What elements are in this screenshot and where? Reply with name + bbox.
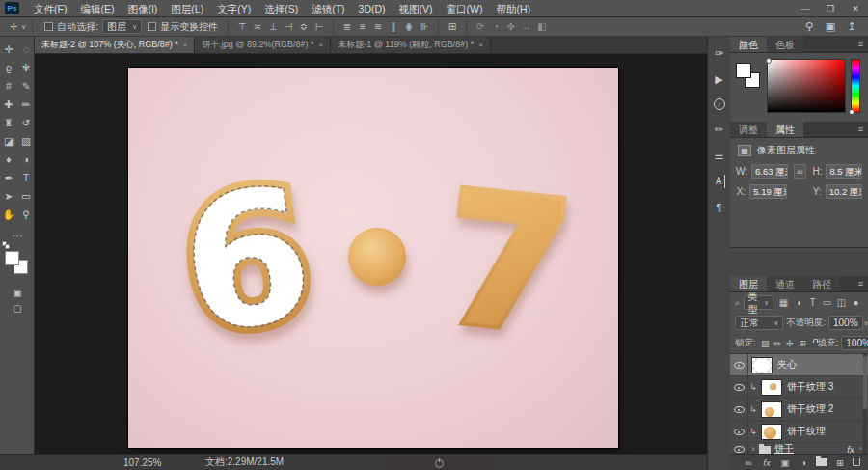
document-tab[interactable]: 未标题-2 @ 107% (夹心, RGB/8#) * × [35,37,195,53]
eraser-tool-icon[interactable]: ◪ [0,132,17,151]
slide-3d-icon[interactable]: ↔ [519,21,534,32]
info-icon[interactable]: i [714,98,725,110]
lock-transparent-icon[interactable]: ▨ [759,339,772,348]
actions-icon[interactable]: ▶ [712,72,727,86]
align-right-icon[interactable]: ⊢ [312,21,327,32]
delete-layer-icon[interactable] [853,458,860,466]
zoom-level-field[interactable]: 107.25% [123,457,161,468]
healing-tool-icon[interactable]: ✚ [0,96,17,114]
layer-fx-badge[interactable]: fx [847,444,854,455]
type-tool-icon[interactable]: T [17,169,35,187]
height-field[interactable]: 8.5 厘米 [826,164,862,179]
pen-tool-icon[interactable]: ✒ [0,169,17,187]
document-canvas[interactable]: 6 7 6 [128,68,618,448]
close-tab-icon[interactable]: × [319,41,324,49]
distribute-bottom-icon[interactable]: ≋ [370,21,386,32]
lock-pixels-icon[interactable]: ✏ [772,339,784,348]
menu-item[interactable]: 窗口(W) [440,0,490,17]
crop-tool-icon[interactable]: # [0,77,17,96]
distribute-vcenter-icon[interactable]: ≡ [355,21,370,32]
x-field[interactable]: 5.19 厘米 [749,184,786,199]
menu-item[interactable]: 选择(S) [258,0,305,17]
tab-layers[interactable]: 图层 [730,276,767,291]
align-hcenter-icon[interactable]: ≎ [296,21,312,32]
layer-mask-icon[interactable]: ▣ [779,457,791,468]
menu-item[interactable]: 图像(I) [121,0,164,17]
menu-item[interactable]: 视图(V) [393,0,440,17]
gradient-tool-icon[interactable]: ▧ [17,132,35,151]
default-colors-icon[interactable] [2,241,11,250]
wand-tool-icon[interactable]: ✻ [17,59,35,77]
history-tool-icon[interactable]: ↺ [17,114,35,132]
blend-mode-dropdown[interactable]: 正常 ∨ [735,316,783,330]
document-tab[interactable]: 饼干.jpg @ 89.2%(RGB/8#) * × [195,37,331,53]
stamp-tool-icon[interactable]: ♜ [0,114,17,132]
layer-row[interactable]: ↳ 饼干纹理 3 [730,376,868,399]
clone-source-icon[interactable]: ⚌ [712,149,727,162]
lasso-tool-icon[interactable]: ϱ [0,59,17,77]
distribute-hcenter-icon[interactable]: ⋕ [401,21,417,32]
document-tab[interactable]: 未标题-1 @ 119% (颗粒, RGB/8#) * × [331,37,491,53]
opacity-field[interactable]: 100% ∨ [828,316,863,330]
hand-tool-icon[interactable]: ✋ [0,206,17,224]
color-cursor[interactable] [766,58,772,64]
layer-style-icon[interactable]: fx [761,457,773,468]
link-dimensions-icon[interactable]: ∞ [794,164,807,179]
close-icon[interactable]: ✕ [843,0,868,17]
y-field[interactable]: 10.2 厘米 [826,184,862,199]
tab-color[interactable]: 颜色 [730,37,767,52]
smartobject-filter-icon[interactable]: ◫ [834,297,849,308]
close-tab-icon[interactable]: × [183,41,188,49]
tab-properties[interactable]: 属性 [767,122,803,137]
screenmode-icon[interactable]: ▢ [9,301,26,317]
type-filter-icon[interactable]: T [805,297,820,308]
move-tool-icon[interactable]: ✛ [6,21,21,32]
expand-group-icon[interactable]: › [748,444,758,454]
width-field[interactable]: 6.63 厘米 [751,164,788,179]
link-layers-icon[interactable]: ∞ [743,457,754,468]
panel-menu-icon[interactable]: ≡ [858,37,863,52]
layer-row[interactable]: 夹心 [730,354,868,376]
marquee-tool-icon[interactable]: ◌ [17,41,35,59]
layer-row[interactable]: ↳ 饼干纹理 [730,421,868,443]
panel-menu-icon[interactable]: ≡ [858,122,863,137]
distribute-left-icon[interactable]: ∥ [386,21,401,32]
tab-paths[interactable]: 路径 [803,276,840,291]
close-tab-icon[interactable]: × [478,41,483,49]
layer-row[interactable]: ↳ 饼干纹理 2 [730,399,868,421]
adjustment-filter-icon[interactable]: ◑ [791,297,805,308]
filter-switch-icon[interactable]: ● [849,297,863,308]
search-icon[interactable]: ⚲ [800,20,818,33]
blur-tool-icon[interactable]: ♦ [0,151,17,169]
auto-select-checkbox[interactable] [44,22,53,31]
zoom-tool-icon[interactable]: ⚲ [17,206,35,224]
orbit-3d-icon[interactable]: ⟳ [473,21,488,32]
roll-3d-icon[interactable]: ◔ [488,21,503,32]
foreground-color-swatch[interactable] [5,251,19,265]
minimize-icon[interactable]: — [793,0,818,17]
brush-settings-icon[interactable]: ✏ [712,123,727,136]
visibility-toggle[interactable] [730,421,748,442]
menu-item[interactable]: 图层(L) [164,0,210,17]
tab-channels[interactable]: 通道 [767,276,803,291]
visibility-toggle[interactable] [730,376,748,398]
new-layer-icon[interactable]: ⊞ [834,457,846,468]
edit-toolbar-icon[interactable]: ⋯ [13,230,23,242]
adjustment-layer-icon[interactable]: ◑ [798,457,809,468]
menu-item[interactable]: 文件(F) [27,0,73,17]
layer-thumbnail[interactable] [761,379,782,396]
layers-scrollbar[interactable] [863,354,867,470]
dodge-tool-icon[interactable]: ◑ [17,151,35,169]
menu-item[interactable]: 滤镜(T) [305,0,351,17]
layer-thumbnail[interactable] [761,424,782,440]
visibility-toggle[interactable] [730,354,748,375]
menu-item[interactable]: 文字(Y) [210,0,258,17]
workspace-icon[interactable]: ▣ [822,20,839,33]
character-icon[interactable]: A [714,175,725,188]
lock-position-icon[interactable]: ✛ [784,339,797,348]
pixel-filter-icon[interactable]: ▦ [776,297,791,308]
brush-tool-icon[interactable]: ✏ [17,96,35,114]
panel-foreground-swatch[interactable] [736,63,751,78]
shape-tool-icon[interactable]: ▭ [17,187,35,206]
auto-select-dropdown[interactable]: 图层 ∨ [102,19,142,34]
